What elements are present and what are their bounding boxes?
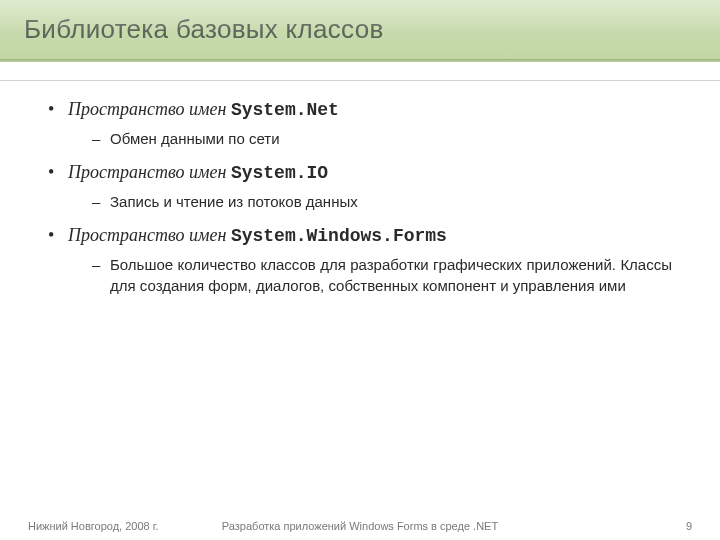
slide-title: Библиотека базовых классов — [24, 14, 696, 45]
slide: Библиотека базовых классов Пространство … — [0, 0, 720, 540]
list-item: Пространство имен System.IO Запись и чте… — [48, 162, 672, 213]
sublist-item: Большое количество классов для разработк… — [92, 254, 672, 298]
content-area: Пространство имен System.Net Обмен данны… — [0, 81, 720, 540]
sublist: Большое количество классов для разработк… — [92, 254, 672, 298]
namespace-code: System.Net — [231, 100, 339, 120]
sublist-item: Запись и чтение из потоков данных — [92, 191, 672, 213]
footer-left: Нижний Новгород, 2008 г. — [28, 520, 158, 532]
namespace-code: System.Windows.Forms — [231, 226, 447, 246]
namespace-label: Пространство имен — [68, 99, 231, 119]
list-item: Пространство имен System.Windows.Forms Б… — [48, 225, 672, 298]
namespace-label: Пространство имен — [68, 162, 231, 182]
namespace-list: Пространство имен System.Net Обмен данны… — [48, 99, 672, 297]
namespace-label: Пространство имен — [68, 225, 231, 245]
sublist: Запись и чтение из потоков данных — [92, 191, 672, 213]
footer: Нижний Новгород, 2008 г. Разработка прил… — [0, 514, 720, 540]
title-band: Библиотека базовых классов — [0, 0, 720, 60]
namespace-code: System.IO — [231, 163, 328, 183]
title-underline — [0, 60, 720, 62]
sublist: Обмен данными по сети — [92, 128, 672, 150]
sublist-item: Обмен данными по сети — [92, 128, 672, 150]
list-item: Пространство имен System.Net Обмен данны… — [48, 99, 672, 150]
page-number: 9 — [686, 520, 692, 532]
